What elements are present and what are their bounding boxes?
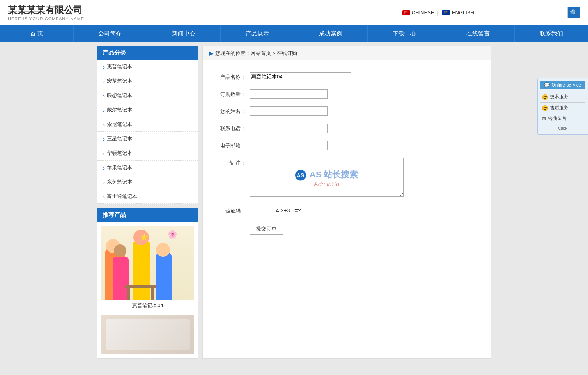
service-aftersale-icon: 😊 bbox=[542, 105, 548, 111]
product-name-input[interactable] bbox=[250, 72, 351, 81]
figure-3 bbox=[133, 241, 150, 300]
sidebar-item-fujitsu[interactable]: 富士通笔记本 bbox=[97, 189, 198, 204]
nav-download[interactable]: 下载中心 bbox=[368, 25, 441, 42]
service-aftersale-label: 售后服务 bbox=[550, 104, 569, 111]
service-message[interactable]: ✉ 给我留言 bbox=[540, 113, 585, 124]
main-layout: 产品分类 惠普笔记本 宏基笔记本 联想笔记本 戴尔笔记本 索尼笔记本 三星笔记本… bbox=[97, 42, 491, 363]
categories-list: 惠普笔记本 宏基笔记本 联想笔记本 戴尔笔记本 索尼笔记本 三星笔记本 华硕笔记… bbox=[97, 60, 198, 204]
categories-title: 产品分类 bbox=[97, 46, 198, 60]
captcha-row: 验证码： 4 2+3 5=? bbox=[218, 206, 475, 215]
captcha-equals: =? bbox=[294, 207, 301, 214]
decoration2: ⭐ bbox=[140, 233, 148, 241]
product2-inner bbox=[106, 319, 190, 350]
sidebar-item-lenovo[interactable]: 联想笔记本 bbox=[97, 88, 198, 103]
table-leg1 bbox=[127, 288, 130, 300]
english-lang[interactable]: 🏴 ENGLISH bbox=[442, 10, 474, 16]
figure-2 bbox=[113, 257, 129, 300]
captcha-plus: + bbox=[283, 207, 287, 214]
lang-divider: | bbox=[437, 10, 439, 16]
remark-textarea[interactable] bbox=[250, 158, 404, 197]
head-4 bbox=[156, 243, 170, 257]
service-message-icon: ✉ bbox=[542, 116, 546, 122]
submit-row: 提交订单 bbox=[218, 223, 475, 235]
email-input[interactable] bbox=[250, 141, 328, 150]
nav-products[interactable]: 产品展示 bbox=[221, 25, 294, 42]
captcha-num1: 4 2 bbox=[276, 207, 283, 214]
service-aftersale[interactable]: 😊 售后服务 bbox=[540, 103, 585, 113]
quantity-row: 订购数量： bbox=[218, 89, 475, 99]
table-leg2 bbox=[151, 288, 154, 300]
captcha-label: 验证码： bbox=[218, 206, 250, 214]
remark-label: 备 注： bbox=[218, 158, 250, 166]
service-header: 💬 Online service bbox=[540, 81, 585, 89]
header: 某某某某有限公司 HERE IS YOUR COMPANY NAME 🚩 CHI… bbox=[0, 0, 588, 25]
nav-news[interactable]: 新闻中心 bbox=[147, 25, 221, 42]
language-switcher: 🚩 CHINESE | 🏴 ENGLISH bbox=[402, 10, 474, 16]
captcha-equation: 4 2+3 5=? bbox=[276, 207, 301, 214]
product-name-row: 产品名称： bbox=[218, 72, 475, 81]
decoration: 🌸 bbox=[168, 230, 177, 239]
captcha-area: 4 2+3 5=? bbox=[250, 206, 301, 215]
main-nav: 首 页 公司简介 新闻中心 产品展示 成功案例 下载中心 在线留言 联系我们 bbox=[0, 25, 588, 42]
name-label: 您的姓名： bbox=[218, 106, 250, 115]
sidebar-item-toshiba[interactable]: 东芝笔记本 bbox=[97, 175, 198, 189]
submit-placeholder-label bbox=[218, 223, 250, 225]
recommended-content: 🌸 ⭐ 惠普笔记本04 bbox=[97, 222, 198, 359]
product1-image: 🌸 ⭐ bbox=[101, 226, 194, 300]
phone-row: 联系电话： bbox=[218, 124, 475, 133]
captcha-num2: 3 5 bbox=[287, 207, 294, 214]
name-input[interactable] bbox=[250, 106, 328, 116]
sidebar-item-asus[interactable]: 华硕笔记本 bbox=[97, 146, 198, 161]
english-flag: 🏴 bbox=[442, 10, 450, 15]
quantity-input[interactable] bbox=[250, 89, 328, 99]
table-top bbox=[125, 285, 156, 288]
sidebar-item-acer[interactable]: 宏基笔记本 bbox=[97, 74, 198, 88]
breadcrumb: ▶ 您现在的位置：网站首页 > 在线订购 bbox=[203, 46, 491, 60]
logo-area: 某某某某有限公司 HERE IS YOUR COMPANY NAME bbox=[8, 4, 84, 21]
email-label: 电子邮箱： bbox=[218, 141, 250, 149]
lang-search-area: 🚩 CHINESE | 🏴 ENGLISH 🔍 bbox=[402, 7, 580, 18]
captcha-input[interactable] bbox=[250, 206, 273, 215]
breadcrumb-arrow: ▶ bbox=[209, 50, 213, 57]
nav-contact[interactable]: 联系我们 bbox=[515, 25, 588, 42]
order-form: 产品名称： 订购数量： 您的姓名： 联系电话： 电子邮箱： bbox=[203, 60, 491, 254]
remark-wrapper: AS AS 站长搜索 AdminSo bbox=[250, 158, 404, 198]
sidebar-item-samsung[interactable]: 三星笔记本 bbox=[97, 132, 198, 146]
search-button[interactable]: 🔍 bbox=[568, 7, 580, 18]
sidebar-item-dell[interactable]: 戴尔笔记本 bbox=[97, 103, 198, 117]
chinese-flag: 🚩 bbox=[402, 10, 410, 15]
service-tech-label: 技术服务 bbox=[550, 94, 569, 100]
nav-home[interactable]: 首 页 bbox=[0, 25, 74, 42]
figure-4 bbox=[156, 253, 172, 300]
english-lang-label: ENGLISH bbox=[452, 10, 474, 16]
company-name-en: HERE IS YOUR COMPANY NAME bbox=[8, 16, 84, 21]
sidebar-item-sony[interactable]: 索尼笔记本 bbox=[97, 117, 198, 132]
online-service-panel: 💬 Online service 😊 技术服务 😊 售后服务 ✉ 给我留言 Cl… bbox=[537, 78, 588, 135]
service-tech[interactable]: 😊 技术服务 bbox=[540, 92, 585, 103]
name-row: 您的姓名： bbox=[218, 106, 475, 116]
search-box: 🔍 bbox=[478, 7, 580, 18]
nav-cases[interactable]: 成功案例 bbox=[294, 25, 368, 42]
nav-guestbook[interactable]: 在线留言 bbox=[441, 25, 515, 42]
chinese-lang[interactable]: 🚩 CHINESE bbox=[402, 10, 434, 16]
phone-input[interactable] bbox=[250, 124, 328, 133]
sidebar-item-hp[interactable]: 惠普笔记本 bbox=[97, 60, 198, 74]
chinese-lang-label: CHINESE bbox=[412, 10, 434, 16]
service-message-label: 给我留言 bbox=[548, 115, 567, 122]
search-input[interactable] bbox=[478, 7, 568, 18]
recommended-section: 推荐产品 bbox=[97, 208, 198, 359]
service-header-icon: 💬 bbox=[544, 82, 550, 88]
company-name: 某某某某有限公司 bbox=[8, 4, 84, 16]
sidebar: 产品分类 惠普笔记本 宏基笔记本 联想笔记本 戴尔笔记本 索尼笔记本 三星笔记本… bbox=[97, 46, 198, 359]
service-tech-icon: 😊 bbox=[542, 94, 548, 100]
content-area: ▶ 您现在的位置：网站首页 > 在线订购 产品名称： 订购数量： 您的姓名： bbox=[202, 46, 491, 359]
breadcrumb-text: 您现在的位置：网站首页 > 在线订购 bbox=[215, 50, 297, 57]
email-row: 电子邮箱： bbox=[218, 141, 475, 150]
head-2 bbox=[114, 244, 126, 257]
nav-about[interactable]: 公司简介 bbox=[74, 25, 147, 42]
phone-label: 联系电话： bbox=[218, 124, 250, 132]
quantity-label: 订购数量： bbox=[218, 89, 250, 98]
product1-label: 惠普笔记本04 bbox=[101, 300, 194, 311]
submit-button[interactable]: 提交订单 bbox=[250, 223, 283, 235]
sidebar-item-apple[interactable]: 苹果笔记本 bbox=[97, 161, 198, 175]
